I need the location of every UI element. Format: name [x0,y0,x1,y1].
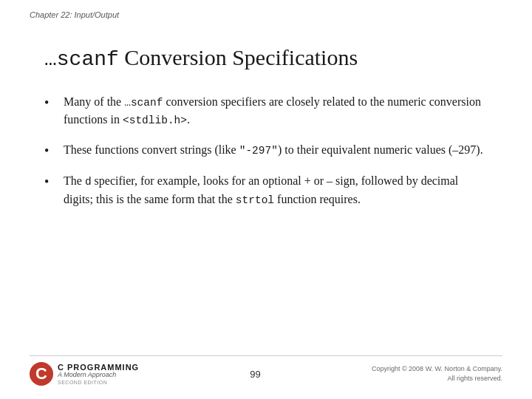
logo-c-circle: C [30,362,53,386]
inline-code: <stdlib.h> [123,115,187,126]
logo-subtitle: A Modern Approach [58,372,139,379]
page-number: 99 [250,369,260,380]
logo-letter: C [35,366,47,382]
slide-content: …scanf Conversion Specifications • Many … [0,0,532,243]
inline-code: d [85,176,92,188]
logo-title: C PROGRAMMING [58,363,139,372]
copyright-text: Copyright © 2008 W. W. Norton & Company.… [372,364,502,383]
footer: C C PROGRAMMING A Modern Approach Second… [0,362,532,386]
bullet-dot: • [44,173,58,191]
inline-code: …scanf [124,97,163,109]
footer-divider [30,355,502,356]
bullet-dot: • [44,94,58,112]
list-item: • The d specifier, for example, looks fo… [44,172,488,209]
logo-area: C C PROGRAMMING A Modern Approach Second… [30,362,139,386]
inline-code: "-297" [239,145,278,157]
bullet-text: These functions convert strings (like "-… [64,141,488,160]
slide-title: …scanf Conversion Specifications [44,44,488,72]
bullet-text: The d specifier, for example, looks for … [64,172,488,209]
logo-edition: Second Edition [58,380,139,386]
list-item: • These functions convert strings (like … [44,141,488,160]
title-mono-prefix: …scanf [44,48,119,71]
inline-code: strtol [236,194,274,206]
logo-text: C PROGRAMMING A Modern Approach Second E… [58,363,139,386]
chapter-label: Chapter 22: Input/Output [30,10,119,19]
list-item: • Many of the …scanf conversion specifie… [44,93,488,130]
bullet-text: Many of the …scanf conversion specifiers… [64,93,488,130]
title-suffix: Conversion Specifications [119,45,358,69]
bullet-dot: • [44,142,58,160]
bullet-list: • Many of the …scanf conversion specifie… [44,93,488,209]
